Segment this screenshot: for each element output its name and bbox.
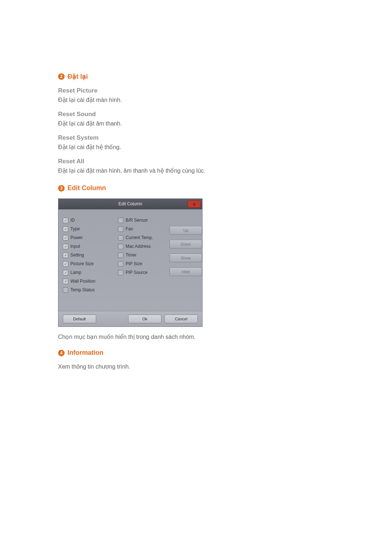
checkbox-setting[interactable]: ✓Setting xyxy=(63,251,114,259)
checkbox-label: Power xyxy=(70,235,83,240)
checkbox-label: Input xyxy=(70,244,80,249)
close-button[interactable]: x xyxy=(188,200,201,208)
down-button[interactable]: Down xyxy=(170,240,202,249)
ok-button[interactable]: Ok xyxy=(128,315,162,323)
checkbox-id[interactable]: ✓ID xyxy=(63,216,114,225)
reset-system-body: Đặt lại cài đặt hệ thống. xyxy=(58,144,334,151)
check-icon: ✓ xyxy=(118,235,123,241)
mid-column: ✓B/R Sensor ✓Fan ✓Current Temp. ✓Mac Add… xyxy=(118,216,165,294)
section-3-bullet-icon: 3 xyxy=(58,185,65,192)
dialog-titlebar: Edit Column x xyxy=(58,199,202,209)
close-icon: x xyxy=(193,201,195,207)
checkbox-fan[interactable]: ✓Fan xyxy=(118,225,165,233)
checkbox-label: Setting xyxy=(70,253,84,258)
reset-picture-head: Reset Picture xyxy=(58,87,334,94)
check-icon: ✓ xyxy=(118,253,123,258)
checkbox-label: Lamp xyxy=(70,270,81,275)
check-icon: ✓ xyxy=(63,253,68,258)
section-2-bullet-icon: 2 xyxy=(58,73,65,80)
section-4-header: 4 Information xyxy=(58,349,334,357)
checkbox-label: PIP Source xyxy=(126,270,147,275)
checkbox-wall-position[interactable]: ✓Wall Position xyxy=(63,277,114,286)
checkbox-label: Current Temp. xyxy=(126,235,153,240)
check-icon: ✓ xyxy=(118,270,123,275)
cancel-button[interactable]: Cancel xyxy=(164,315,198,323)
checkbox-power[interactable]: ✓Power xyxy=(63,233,114,242)
section-4-bullet-icon: 4 xyxy=(58,350,65,356)
check-icon: ✓ xyxy=(63,218,68,223)
checkbox-label: Picture Size xyxy=(70,261,94,266)
checkbox-mac-address[interactable]: ✓Mac Address xyxy=(118,242,165,251)
check-icon: ✓ xyxy=(63,261,68,267)
reset-sound-body: Đặt lại cài đặt âm thanh. xyxy=(58,120,334,127)
checkbox-current-temp[interactable]: ✓Current Temp. xyxy=(118,233,165,242)
section-3-caption: Chọn mục bạn muốn hiển thị trong danh sá… xyxy=(58,333,334,340)
section-4-body: Xem thông tin chương trình. xyxy=(58,363,334,370)
edit-column-dialog-screenshot: Edit Column x ✓ID ✓Type ✓Power ✓Input ✓S… xyxy=(58,198,334,327)
checkbox-label: ID xyxy=(70,218,75,223)
document-page: 2 Đặt lại Reset Picture Đặt lại cài đặt … xyxy=(0,0,392,522)
checkbox-type[interactable]: ✓Type xyxy=(63,225,114,233)
dialog-title: Edit Column xyxy=(118,201,142,206)
checkbox-label: Temp.Status xyxy=(70,287,95,292)
checkbox-temp-status[interactable]: ✓Temp.Status xyxy=(63,286,114,294)
checkbox-input[interactable]: ✓Input xyxy=(63,242,114,251)
dialog-footer: Default Ok Cancel xyxy=(58,311,202,327)
checkbox-label: Timer xyxy=(126,253,136,258)
show-button[interactable]: Show xyxy=(170,254,202,262)
reset-picture-body: Đặt lại cài đặt màn hình. xyxy=(58,97,334,103)
side-button-column: Up Down Show Hide xyxy=(170,216,202,294)
checkbox-pip-source[interactable]: ✓PIP Source xyxy=(118,268,165,277)
reset-all-body: Đặt lại cài đặt màn hình, âm thanh và hệ… xyxy=(58,167,334,174)
section-2-header: 2 Đặt lại xyxy=(58,73,334,81)
checkbox-label: Type xyxy=(70,226,80,231)
section-4-title: Information xyxy=(68,349,103,357)
checkbox-pip-size[interactable]: ✓PIP Size xyxy=(118,259,165,268)
section-3-title: Edit Column xyxy=(68,184,106,192)
checkbox-label: Wall Position xyxy=(70,279,95,284)
reset-all-head: Reset All xyxy=(58,158,334,165)
checkbox-label: B/R Sensor xyxy=(126,218,148,223)
section-2-title: Đặt lại xyxy=(68,73,88,81)
check-icon: ✓ xyxy=(63,287,68,293)
section-3-header: 3 Edit Column xyxy=(58,184,334,192)
check-icon: ✓ xyxy=(63,244,68,249)
check-icon: ✓ xyxy=(118,244,123,249)
checkbox-picture-size[interactable]: ✓Picture Size xyxy=(63,259,114,268)
checkbox-timer[interactable]: ✓Timer xyxy=(118,251,165,259)
hide-button[interactable]: Hide xyxy=(170,267,202,276)
left-column: ✓ID ✓Type ✓Power ✓Input ✓Setting ✓Pictur… xyxy=(63,216,114,294)
check-icon: ✓ xyxy=(63,226,68,232)
checkbox-label: Mac Address xyxy=(126,244,151,249)
checkbox-label: PIP Size xyxy=(126,261,142,266)
reset-sound-head: Reset Sound xyxy=(58,111,334,118)
dialog-body: ✓ID ✓Type ✓Power ✓Input ✓Setting ✓Pictur… xyxy=(58,209,202,311)
check-icon: ✓ xyxy=(118,226,123,232)
check-icon: ✓ xyxy=(63,270,68,275)
up-button[interactable]: Up xyxy=(170,226,202,235)
check-icon: ✓ xyxy=(63,235,68,241)
check-icon: ✓ xyxy=(118,218,123,223)
checkbox-lamp[interactable]: ✓Lamp xyxy=(63,268,114,277)
check-icon: ✓ xyxy=(63,279,68,284)
reset-system-head: Reset System xyxy=(58,134,334,141)
checkbox-label: Fan xyxy=(126,226,133,231)
check-icon: ✓ xyxy=(118,261,123,267)
edit-column-dialog: Edit Column x ✓ID ✓Type ✓Power ✓Input ✓S… xyxy=(58,198,203,327)
default-button[interactable]: Default xyxy=(63,315,96,323)
checkbox-br-sensor[interactable]: ✓B/R Sensor xyxy=(118,216,165,225)
